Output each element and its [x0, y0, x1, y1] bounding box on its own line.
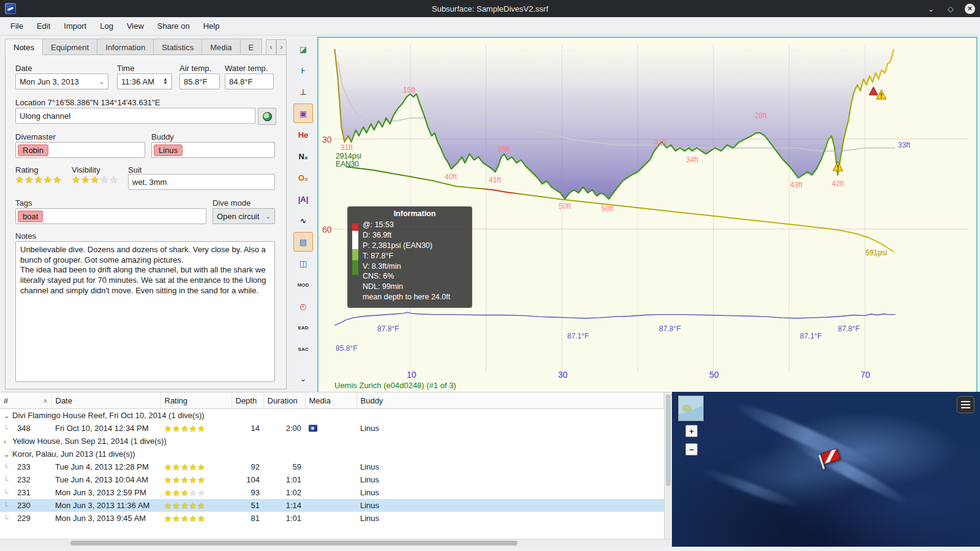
sac-icon[interactable]: SAC: [293, 339, 313, 359]
dive-list-horizontal-scrollbar[interactable]: [0, 539, 671, 547]
column-header-rating[interactable]: Rating: [160, 392, 232, 409]
spinner-icons[interactable]: ▲▼: [163, 78, 168, 85]
ead-icon[interactable]: EAD: [293, 318, 313, 337]
tab-equipment[interactable]: Equipment: [42, 39, 97, 55]
tab-statistics[interactable]: Statistics: [153, 39, 202, 55]
tissues-icon[interactable]: |A|: [293, 189, 313, 209]
dive-row[interactable]: └230Mon Jun 3, 2013 11:36 AM★★★★★511:14L…: [0, 499, 664, 512]
minimize-icon[interactable]: ⌄: [925, 3, 937, 14]
water-temp-input[interactable]: 84.8°F: [225, 73, 274, 89]
menu-share-on[interactable]: Share on: [151, 18, 197, 34]
column-header-duration[interactable]: Duration: [263, 392, 305, 409]
mod-icon[interactable]: MOD: [293, 275, 313, 294]
tab-e[interactable]: E: [240, 39, 263, 55]
notes-panel: NotesEquipmentInformationStatisticsMedia…: [5, 38, 287, 389]
profile-info-box[interactable]: Information @: 15:53D: 36.9ftP: 2,381psi…: [347, 206, 472, 308]
dive-row[interactable]: └348Fri Oct 10, 2014 12:34 PM★★★★★142:00…: [0, 422, 664, 435]
time-input[interactable]: 11:36 AM ▲▼: [117, 73, 172, 89]
pp-he-icon[interactable]: He: [293, 125, 313, 144]
star-icon: ★: [91, 174, 100, 185]
pp-n2-icon[interactable]: N₂: [293, 146, 313, 166]
dive-mode-label: Dive mode: [213, 198, 251, 208]
collapse-toolbar-icon[interactable]: ⌄: [293, 369, 313, 388]
dive-row[interactable]: └231Mon Jun 3, 2013 2:59 PM★★★★★931:02Li…: [0, 486, 664, 499]
tab-notes[interactable]: Notes: [5, 39, 43, 55]
column-header-date[interactable]: Date: [51, 392, 160, 409]
map-location-button[interactable]: [258, 108, 276, 125]
suit-input[interactable]: wet, 3mm: [128, 174, 275, 190]
menu-view[interactable]: View: [120, 18, 151, 34]
photos-icon[interactable]: ▣: [293, 103, 313, 123]
expand-arrow-icon[interactable]: ›: [4, 438, 12, 445]
star-icon: ★: [164, 488, 173, 498]
trip-row[interactable]: ⌄Koror, Palau, Jun 2013 (11 dive(s)): [0, 448, 664, 460]
window-title: Subsurface: SampleDivesV2.ssrf: [0, 4, 980, 13]
buddy-chip[interactable]: Linus: [154, 144, 183, 156]
notes-textarea[interactable]: Unbelievable dive. Dozens and dozens of …: [15, 241, 275, 382]
column-header-number[interactable]: #∧: [0, 392, 51, 409]
tag-chip[interactable]: boat: [18, 211, 43, 222]
ndl-clock-icon[interactable]: ◴: [293, 296, 313, 316]
trip-row[interactable]: ⌄Divi Flamingo House Reef, Fri Oct 10, 2…: [0, 409, 664, 422]
media-photo-icon[interactable]: [309, 425, 317, 432]
zoom-out-button[interactable]: −: [685, 443, 698, 455]
star-icon: ★: [34, 174, 43, 185]
star-icon: ★: [181, 475, 189, 485]
info-box-line: NDL: 99min: [363, 282, 467, 292]
visibility-stars[interactable]: ★★★★★: [72, 174, 119, 186]
collapse-arrow-icon[interactable]: ⌄: [4, 451, 12, 459]
handle-icon[interactable]: ⊥: [293, 82, 313, 102]
ruler-icon[interactable]: ⊦: [293, 61, 313, 80]
map-menu-button[interactable]: [957, 396, 974, 413]
divemaster-input[interactable]: Robin: [15, 142, 145, 158]
scrollbar-thumb[interactable]: [70, 541, 518, 545]
info-box-line: P: 2,381psi (EAN30): [363, 241, 467, 251]
tab-scroll-right-icon[interactable]: ›: [276, 39, 287, 55]
close-icon[interactable]: ×: [965, 4, 975, 14]
buddy-input[interactable]: Linus: [151, 142, 275, 158]
air-temp-input[interactable]: 85.8°F: [179, 73, 220, 89]
tab-information[interactable]: Information: [97, 39, 154, 55]
water-temp-label: Water temp.: [225, 64, 268, 73]
location-input[interactable]: Ulong channel: [15, 108, 255, 124]
collapse-arrow-icon[interactable]: ⌄: [4, 412, 12, 420]
dive-row[interactable]: └229Mon Jun 3, 2013 9:45 AM★★★★★811:01Li…: [0, 512, 664, 525]
map-overview-inset[interactable]: [678, 395, 704, 421]
star-icon: ★: [173, 475, 181, 485]
menu-edit[interactable]: Edit: [30, 18, 57, 34]
star-icon: ★: [164, 462, 173, 472]
dive-row[interactable]: └232Tue Jun 4, 2013 10:04 AM★★★★★1041:01…: [0, 473, 664, 486]
tank-bar-icon[interactable]: ◫: [293, 253, 313, 273]
date-select[interactable]: Mon Jun 3, 2013⌄: [15, 73, 108, 89]
trip-row[interactable]: ›Yellow House, Sun Sep 21, 2014 (1 dive(…: [0, 435, 664, 448]
zoom-in-button[interactable]: +: [685, 425, 698, 437]
column-header-buddy[interactable]: Buddy: [356, 392, 664, 409]
menu-help[interactable]: Help: [197, 18, 227, 34]
dive-profile-chart[interactable]: !! 30601030507015ft31ft2914psiEAN3035ft4…: [317, 37, 978, 395]
profile-marker-icon[interactable]: ◪: [293, 39, 313, 59]
heart-rate-icon[interactable]: ∿: [293, 211, 313, 230]
location-label: Location 7°16'58.386"N 134°14'43.631"E: [15, 98, 160, 107]
dive-mode-select[interactable]: Open circuit⌄: [213, 208, 275, 224]
tab-media[interactable]: Media: [202, 39, 240, 55]
dive-row[interactable]: └233Tue Jun 4, 2013 12:28 PM★★★★★9259Lin…: [0, 460, 664, 473]
star-icon: ★: [164, 475, 173, 485]
map-panel[interactable]: + −: [672, 392, 980, 547]
info-box-icon[interactable]: ▤: [293, 232, 313, 252]
divemaster-chip[interactable]: Robin: [18, 144, 48, 156]
pp-o2-icon[interactable]: O₂: [293, 168, 313, 187]
dive-list-vertical-scrollbar[interactable]: [664, 392, 671, 539]
tags-input[interactable]: boat: [15, 208, 206, 224]
maximize-icon[interactable]: ◇: [945, 3, 956, 14]
star-icon: ★: [15, 174, 24, 185]
column-header-depth[interactable]: Depth: [232, 392, 263, 409]
tab-scroll-left-icon[interactable]: ‹: [266, 39, 276, 55]
rating-label: Rating: [15, 165, 39, 174]
rating-stars[interactable]: ★★★★★: [15, 174, 62, 186]
menu-import[interactable]: Import: [57, 18, 93, 34]
info-box-line: @: 15:53: [363, 220, 467, 230]
menu-file[interactable]: File: [4, 18, 30, 34]
column-header-media[interactable]: Media: [305, 392, 356, 409]
star-icon: ★: [181, 501, 189, 511]
menu-log[interactable]: Log: [93, 18, 120, 34]
